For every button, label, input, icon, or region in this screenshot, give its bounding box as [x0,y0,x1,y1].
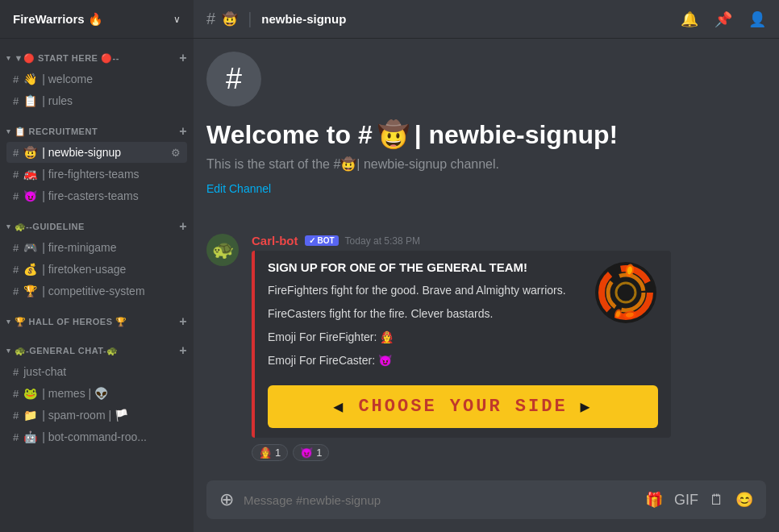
category-start-here: ▾▼🔴 START HERE 🔴--+#👋| welcome#📋| rules [0,39,194,111]
message-content: Carl-bot ✓ BOT Today at 5:38 PM SIGN UP … [252,234,766,461]
channel-item-fire-casters-teams[interactable]: #😈| fire-casters-teams [6,185,187,206]
welcome-hash-icon: # [206,52,261,106]
chevron-icon: ▾ [6,54,11,62]
hash-icon: # [13,73,19,85]
channel-emoji: 😈 [23,189,37,202]
channel-item-spam-room[interactable]: #📁| spam-room | 🏳️ [6,405,187,426]
add-channel-icon[interactable]: + [179,52,187,64]
add-channel-icon[interactable]: + [179,344,187,357]
embed-emoji-firefighter: Emoji For FireFighter: 👩‍🚒 [268,329,584,346]
channel-name: | newbie-signup [42,146,121,159]
main-content: # 🤠 | newbie-signup 🔔 📌 👤 # Welcome to #… [194,0,779,532]
message-author: Carl-bot [252,234,298,247]
channel-item-newbie-signup[interactable]: #🤠| newbie-signup⚙ [6,142,187,163]
category-header-recruitment[interactable]: ▾📋 RECRUITMENT+ [0,112,194,141]
members-icon[interactable]: 👤 [748,10,766,28]
notification-bell-icon[interactable]: 🔔 [681,10,698,28]
channel-name: | rules [42,94,73,107]
server-name: FireWarriors 🔥 [13,12,103,27]
sticker-icon[interactable]: 🗒 [710,492,724,509]
arrow-right-icon: ▶ [581,397,593,417]
separator: | [248,10,252,28]
embed-emoji-firecaster: Emoji For FireCaster: 😈 [268,352,584,369]
sidebar: FireWarriors 🔥 ∨ ▾▼🔴 START HERE 🔴--+#👋| … [0,0,194,532]
channel-list: ▾▼🔴 START HERE 🔴--+#👋| welcome#📋| rules▾… [0,39,194,532]
add-channel-icon[interactable]: + [179,220,187,233]
hash-icon: # [13,95,19,107]
category-header-hall-of-heroes[interactable]: ▾🏆 HALL OF HEROES 🏆+ [0,302,194,331]
reactions: 👩‍🚒 1 😈 1 [252,444,766,461]
hash-icon: # [13,409,19,422]
category-general-chat: ▾🐢-GENERAL CHAT-🐢+#just-chat#🐸| memes | … [0,331,194,447]
hash-icon: # [13,285,19,297]
hash-icon: # [13,431,19,443]
settings-icon[interactable]: ⚙ [171,147,181,159]
message-input-box: ⊕ 🎁 GIF 🗒 😊 [206,480,766,519]
gif-icon[interactable]: GIF [674,492,698,509]
category-label: 📋 RECRUITMENT [15,127,98,137]
channel-avatar-icon: 🤠 [222,11,238,27]
channel-item-rules[interactable]: #📋| rules [6,90,187,111]
channel-item-bot-command-roo[interactable]: #🤖| bot-command-roo... [6,426,187,447]
channel-emoji: 🤖 [23,430,37,443]
embed: SIGN UP FOR ONE OF THE GENERAL TEAM! Fir… [252,251,671,438]
gift-icon[interactable]: 🎁 [645,491,663,509]
reaction-firefighter[interactable]: 👩‍🚒 1 [252,444,288,461]
welcome-subtitle: This is the start of the #🤠| newbie-sign… [206,156,766,172]
category-header-guideline[interactable]: ▾🐢--GUIDELINE+ [0,207,194,236]
bot-avatar-emoji: 🐢 [212,239,234,260]
category-label: ▼🔴 START HERE 🔴-- [15,53,119,64]
category-header-start-here[interactable]: ▾▼🔴 START HERE 🔴--+ [0,39,194,68]
channel-item-firetoken-usage[interactable]: #💰| firetoken-usage [6,259,187,280]
hash-icon: # [13,242,19,254]
welcome-title: Welcome to #🤠 | newbie-signup! [206,119,766,150]
hash-icon: # [13,190,19,202]
emoji-icon[interactable]: 😊 [735,491,753,509]
reaction-firecaster-emoji: 😈 [300,447,313,459]
message-input[interactable] [244,493,635,507]
channel-item-fire-fighters-teams[interactable]: #🚒| fire-fighters-teams [6,164,187,185]
channel-name: | competitive-system [42,285,144,297]
channel-name: | welcome [42,73,93,85]
channel-item-welcome[interactable]: #👋| welcome [6,69,187,89]
channel-item-memes[interactable]: #🐸| memes | 👽 [6,383,187,404]
channel-name: | fire-fighters-teams [42,168,139,181]
channel-item-just-chat[interactable]: #just-chat [6,361,187,382]
category-recruitment: ▾📋 RECRUITMENT+#🤠| newbie-signup⚙#🚒| fir… [0,112,194,206]
embed-title: SIGN UP FOR ONE OF THE GENERAL TEAM! [268,260,584,274]
category-label: 🏆 HALL OF HEROES 🏆 [15,317,127,327]
top-bar: # 🤠 | newbie-signup 🔔 📌 👤 [194,0,779,39]
welcome-title-emoji: 🤠 [377,119,410,150]
reaction-firecaster[interactable]: 😈 1 [293,444,329,461]
channel-item-fire-minigame[interactable]: #🎮| fire-minigame [6,237,187,258]
category-header-general-chat[interactable]: ▾🐢-GENERAL CHAT-🐢+ [0,331,194,360]
embed-text: SIGN UP FOR ONE OF THE GENERAL TEAM! Fir… [268,260,584,376]
message-header: Carl-bot ✓ BOT Today at 5:38 PM [252,234,766,247]
channel-emoji: 🤠 [23,146,37,159]
chevron-down-icon: ∨ [173,14,181,25]
choose-side-button[interactable]: ◀ CHOOSE YOUR SIDE ▶ [268,385,658,428]
channel-name: | fire-minigame [42,241,116,254]
hash-icon: # [206,10,215,28]
arrow-left-icon: ◀ [333,397,345,417]
top-bar-channel-name: newbie-signup [261,12,346,26]
embed-description-2: FireCasters fight for the fire. Clever b… [268,305,584,322]
add-attachment-icon[interactable]: ⊕ [219,489,234,510]
top-bar-icons: 🔔 📌 👤 [681,10,766,28]
channel-emoji: 🎮 [23,241,37,254]
add-channel-icon[interactable]: + [179,125,187,138]
reaction-firecaster-count: 1 [316,447,322,459]
welcome-title-suffix: | newbie-signup! [414,120,619,150]
channel-emoji: 📋 [23,94,37,107]
welcome-subtitle-suffix: | newbie-signup channel. [356,157,499,171]
hash-icon: # [13,168,19,181]
pin-icon[interactable]: 📌 [714,10,732,28]
channel-item-competitive-system[interactable]: #🏆| competitive-system [6,281,187,301]
add-channel-icon[interactable]: + [179,315,187,328]
server-header[interactable]: FireWarriors 🔥 ∨ [0,0,194,39]
reaction-firefighter-count: 1 [275,447,281,459]
hash-icon: # [13,147,19,159]
embed-description-1: FireFighters fight for the good. Brave a… [268,282,584,299]
hash-icon: # [13,366,19,378]
edit-channel-link[interactable]: Edit Channel [206,182,271,195]
